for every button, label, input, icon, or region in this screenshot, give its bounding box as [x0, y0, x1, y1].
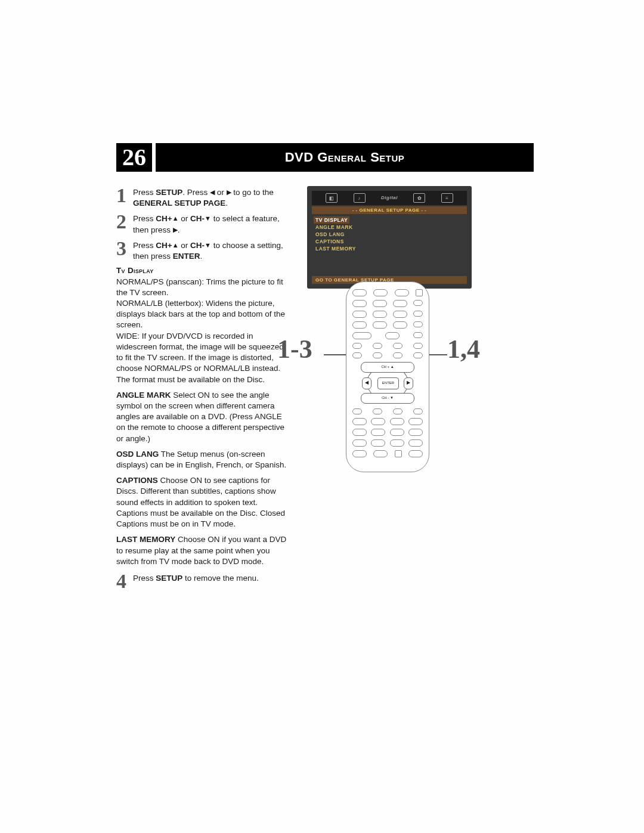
step-number: 1 [116, 186, 129, 209]
remote-button [413, 332, 423, 338]
remote-button [373, 289, 388, 296]
down-arrow-icon: ▼ [205, 241, 211, 249]
callout-steps-1-3: 1-3 [277, 334, 312, 364]
remote-button [390, 439, 404, 447]
remote-button [352, 352, 362, 358]
right-arrow-icon: ▶ [173, 226, 178, 233]
remote-button [413, 352, 423, 358]
ch-up-button: CH + ▲ [361, 362, 414, 373]
remote-button [373, 321, 387, 329]
remote-button [413, 343, 423, 349]
remote-button [393, 300, 407, 307]
osd-screenshot: ◧ ♪ Digital ✿ ≡ - - GENERAL SETUP PAGE -… [307, 186, 472, 289]
right-arrow-icon: ▶ [227, 188, 231, 196]
remote-button [393, 352, 402, 358]
osd-tab-icon: ♪ [354, 193, 366, 203]
remote-button [373, 311, 387, 318]
osd-tab-icon: ◧ [326, 193, 338, 203]
remote-button [352, 343, 362, 349]
remote-button [371, 439, 385, 447]
remote-button [413, 300, 423, 306]
step-number: 4 [116, 572, 129, 591]
remote-button [352, 439, 367, 447]
osd-tab-row: ◧ ♪ Digital ✿ ≡ [312, 191, 467, 205]
remote-button [352, 429, 367, 436]
feature-osd-lang: OSD LANG The Setup menus (on-screen disp… [116, 449, 289, 470]
remote-button [408, 439, 423, 447]
play-pause-button-icon [408, 450, 423, 457]
remote-button [352, 311, 367, 318]
remote-button [373, 343, 382, 349]
remote-button [373, 408, 382, 414]
manual-page: 26 DVD General Setup 1 Press SETUP. Pres… [0, 0, 644, 833]
tv-display-body: NORMAL/PS (panscan): Trims the picture t… [116, 277, 289, 298]
step-3: 3 Press CH+▲ or CH-▼ to choose a setting… [116, 239, 289, 262]
osd-banner: - - GENERAL SETUP PAGE - - [312, 206, 467, 214]
step-number: 2 [116, 212, 129, 235]
dpad-left: ◀ [362, 377, 371, 389]
remote-button [390, 418, 404, 425]
remote-button [393, 408, 402, 414]
left-arrow-icon: ◀ [210, 188, 215, 196]
up-arrow-icon: ▲ [172, 241, 179, 249]
down-arrow-icon: ▼ [205, 215, 211, 222]
page-header: 26 DVD General Setup [116, 143, 534, 172]
remote-button [413, 408, 423, 414]
callout-steps-1-4: 1,4 [447, 334, 480, 364]
remote-button [371, 418, 385, 425]
remote-button [413, 311, 423, 317]
instruction-column: 1 Press SETUP. Press ◀ or ▶ to go to the… [116, 186, 289, 594]
remote-illustration: CH + ▲ CH - ▼ ◀ ▶ ENTER [346, 281, 429, 472]
feature-captions: CAPTIONS Choose ON to see captions for D… [116, 475, 289, 529]
page-title: DVD General Setup [156, 143, 534, 172]
remote-button [413, 321, 423, 327]
remote-button [352, 289, 367, 296]
feature-angle-mark: ANGLE MARK Select ON to see the angle sy… [116, 390, 289, 444]
remote-button [373, 450, 388, 457]
step-4: 4 Press SETUP to remove the menu. [116, 572, 289, 591]
remote-button [393, 311, 407, 318]
osd-tab-icon: ≡ [441, 193, 453, 203]
remote-button [408, 418, 423, 425]
step-number: 3 [116, 239, 129, 262]
remote-button [373, 352, 382, 358]
osd-tab-icon: ✿ [413, 193, 425, 203]
enter-button: ENTER [377, 377, 399, 389]
illustration-column: ◧ ♪ Digital ✿ ≡ - - GENERAL SETUP PAGE -… [313, 186, 534, 594]
osd-item: LAST MEMORY [315, 245, 463, 252]
osd-item: ANGLE MARK [315, 224, 463, 231]
remote-button [352, 408, 362, 414]
remote-button [373, 300, 387, 307]
ch-down-button: CH - ▼ [361, 393, 414, 404]
dpad-right: ▶ [404, 377, 413, 389]
page-number: 26 [116, 143, 152, 172]
remote-button [352, 332, 371, 339]
remote-button [352, 300, 367, 307]
remote-button [352, 418, 367, 425]
osd-item: CAPTIONS [315, 238, 463, 245]
stop-button-icon [395, 450, 402, 457]
remote-button [352, 450, 367, 457]
osd-menu-list: TV DISPLAY ANGLE MARK OSD LANG CAPTIONS … [312, 216, 467, 252]
dpad: CH + ▲ CH - ▼ ◀ ▶ ENTER [361, 362, 414, 404]
remote-button [393, 343, 402, 349]
tv-display-heading: Tv Display [116, 265, 289, 276]
remote-button [371, 429, 385, 436]
power-button-icon [416, 289, 423, 296]
remote-button [385, 332, 400, 339]
osd-item: OSD LANG [315, 231, 463, 238]
remote-button [390, 429, 404, 436]
remote-button [408, 429, 423, 436]
step-1: 1 Press SETUP. Press ◀ or ▶ to go to the… [116, 186, 289, 209]
step-2: 2 Press CH+▲ or CH-▼ to select a feature… [116, 212, 289, 235]
remote-button [395, 289, 409, 296]
remote-button [352, 321, 367, 329]
feature-last-memory: LAST MEMORY Choose ON if you want a DVD … [116, 534, 289, 567]
osd-digital-label: Digital [381, 193, 398, 202]
remote-button [393, 321, 407, 329]
up-arrow-icon: ▲ [172, 215, 179, 222]
osd-item: TV DISPLAY [314, 216, 349, 224]
